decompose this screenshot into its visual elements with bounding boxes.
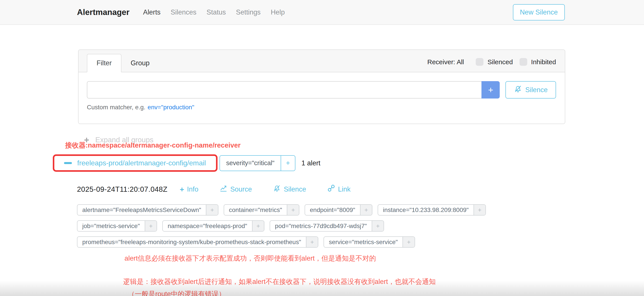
nav-item-help[interactable]: Help [271,8,285,16]
label-pill-endpoint: endpoint="8009" + [304,204,372,216]
bell-slash-icon [273,184,281,194]
source-action[interactable]: Source [220,184,252,194]
filter-card-body: + Silence Custom matcher, e.g.env="produ… [78,72,565,124]
label-add-filter-button[interactable]: + [145,221,156,231]
label-add-filter-button[interactable]: + [206,205,218,215]
label-pill-instance: instance="10.233.98.209:8009" + [378,204,486,216]
label-pill-container: container="metrics" + [224,204,299,216]
source-action-label: Source [230,186,252,193]
silence-action-label: Silence [284,186,306,193]
custom-matcher-hint: Custom matcher, e.g.env="production" [87,104,556,111]
group-matcher-add-button[interactable]: + [281,156,295,171]
label-add-filter-button[interactable]: + [360,205,372,215]
label-add-filter-button[interactable]: + [372,221,384,231]
receiver-filter-label[interactable]: Receiver: All [427,58,464,66]
link-chain-icon [327,184,335,194]
silenced-checkbox[interactable] [476,58,484,66]
link-action-label: Link [338,186,350,193]
filter-options: Receiver: All Silenced Inhibited [427,58,556,72]
navbar: Alertmanager Alerts Silences Status Sett… [0,0,644,25]
matcher-input-group: + [87,81,500,98]
silence-filter-button[interactable]: Silence [506,81,556,98]
label-text: pod="metrics-77d9cdb497-wdsj7" [270,221,372,231]
label-text: instance="10.233.98.209:8009" [378,205,474,215]
nav-item-silences[interactable]: Silences [171,8,196,16]
add-matcher-button[interactable]: + [482,81,500,98]
annotation-config-success: alert信息必须在接收器下才表示配置成功，否则即使能看到alert，但是通知是… [124,254,565,263]
group-matcher-text: severity="critical" [220,156,281,171]
label-add-filter-button[interactable]: + [252,221,264,231]
label-pill-namespace: namespace="freeleaps-prod" + [162,220,264,232]
label-add-filter-button[interactable]: + [402,237,414,247]
group-matcher-pill: severity="critical" + [220,155,295,171]
silence-action[interactable]: Silence [273,184,306,194]
alert-count: 1 alert [302,159,320,167]
filter-card-header: Filter Group Receiver: All Silenced Inhi… [78,50,565,72]
silenced-checkbox-group[interactable]: Silenced [476,58,513,66]
alert-block: 2025-09-24T11:20:07.048Z + Info Source [77,184,565,296]
link-action[interactable]: Link [327,184,350,194]
label-pill-prometheus: prometheus="freeleaps-monitoring-system/… [77,236,318,248]
receiver-group-name[interactable]: freeleaps-prod/alertmanager-config/email [77,159,206,167]
silence-filter-label: Silence [525,86,548,94]
tab-filter[interactable]: Filter [87,54,122,72]
label-pill-pod: pod="metrics-77d9cdb497-wdsj7" + [270,220,384,232]
label-text: container="metrics" [224,205,287,215]
info-plus-icon: + [180,186,184,193]
inhibited-label: Inhibited [531,58,556,66]
label-pill-job: job="metrics-service" + [77,220,157,232]
label-pill-service: service="metrics-service" + [324,236,415,248]
label-add-filter-button[interactable]: + [474,205,486,215]
alert-labels: alertname="FreeleapsMetricsServiceDown" … [77,204,517,248]
bell-slash-icon [514,85,522,95]
tab-group[interactable]: Group [122,54,159,72]
nav-item-alerts[interactable]: Alerts [143,8,160,16]
inhibited-checkbox[interactable] [520,58,527,66]
inhibited-checkbox-group[interactable]: Inhibited [520,58,556,66]
collapse-minus-icon [64,162,72,164]
silenced-label: Silenced [488,58,513,66]
annotation-route-note: （一般是route中的逻辑有错误） [128,290,565,296]
alert-timestamp: 2025-09-24T11:20:07.048Z [77,185,168,194]
label-text: endpoint="8009" [305,205,360,215]
hint-text: Custom matcher, e.g. [87,104,146,110]
graph-icon [220,184,228,194]
matcher-example-link[interactable]: env="production" [148,104,194,110]
label-text: service="metrics-service" [324,237,402,247]
label-pill-alertname: alertname="FreeleapsMetricsServiceDown" … [77,204,218,216]
app-brand[interactable]: Alertmanager [77,8,130,17]
annotation-receiver-format: 接收器:namespace/altermanager-config-name/r… [65,141,565,150]
info-action[interactable]: + Info [180,186,198,193]
nav-item-status[interactable]: Status [206,8,226,16]
label-add-filter-button[interactable]: + [306,237,318,247]
alert-actions: + Info Source [180,184,350,194]
filter-tabs: Filter Group [87,54,159,72]
label-text: alertname="FreeleapsMetricsServiceDown" [78,205,206,215]
groups-area: + Expand all groups 接收器:namespace/alterm… [0,136,644,296]
label-text: namespace="freeleaps-prod" [163,221,252,231]
receiver-group-highlight-box[interactable]: freeleaps-prod/alertmanager-config/email [53,154,218,172]
label-text: job="metrics-service" [78,221,145,231]
info-action-label: Info [187,186,198,193]
filter-card: Filter Group Receiver: All Silenced Inhi… [78,50,565,124]
new-silence-button[interactable]: New Silence [513,4,565,20]
main-nav: Alerts Silences Status Settings Help [143,8,513,16]
matcher-input[interactable] [87,81,482,98]
annotation-logic-explanation: 逻辑是：接收器收到alert后进行通知，如果alert不在接收器下，说明接收器没… [123,277,565,286]
label-text: prometheus="freeleaps-monitoring-system/… [78,237,306,247]
label-add-filter-button[interactable]: + [287,205,299,215]
alert-group-row: freeleaps-prod/alertmanager-config/email… [53,154,565,172]
nav-item-settings[interactable]: Settings [236,8,261,16]
